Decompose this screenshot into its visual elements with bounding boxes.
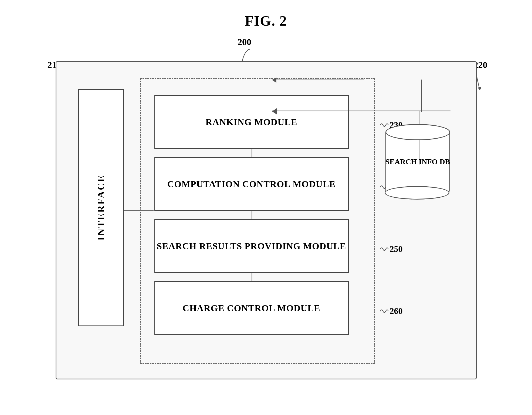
arrow-vertical-db xyxy=(421,80,422,112)
connector-ranking-computation xyxy=(252,149,252,157)
ref-200-label: 200 xyxy=(238,37,251,47)
database-container: SEARCH INFO DB xyxy=(381,116,454,208)
connector-searchresults-charge xyxy=(252,273,252,281)
computation-module-label: COMPUTATION CONTROL MODULE xyxy=(167,178,336,191)
db-top-ellipse xyxy=(385,124,450,140)
page-title: FIG. 2 xyxy=(245,13,287,29)
database-cylinder: SEARCH INFO DB xyxy=(385,124,450,200)
diagram-container: 200 210 220 INTERFACE xyxy=(39,37,493,393)
charge-control-module-label: CHARGE CONTROL MODULE xyxy=(182,302,320,315)
ranking-module-label: RANKING MODULE xyxy=(206,116,297,129)
interface-label: INTERFACE xyxy=(95,174,107,241)
arrow-from-db-horizontal xyxy=(272,111,450,111)
ref-250: 250 xyxy=(379,244,403,254)
main-box: INTERFACE RANKING MODULE COMPUTATION CON… xyxy=(56,61,477,379)
search-results-module-box: SEARCH RESULTS PROVIDING MODULE xyxy=(154,219,349,273)
connector-computation-searchresults xyxy=(252,211,252,219)
database-label: SEARCH INFO DB xyxy=(385,156,450,167)
ranking-module-box: RANKING MODULE xyxy=(154,95,349,149)
interface-box: INTERFACE xyxy=(78,89,124,326)
search-results-module-label: SEARCH RESULTS PROVIDING MODULE xyxy=(157,240,346,253)
dashed-module-container: RANKING MODULE COMPUTATION CONTROL MODUL… xyxy=(140,78,375,364)
charge-control-module-box: CHARGE CONTROL MODULE xyxy=(154,281,349,335)
svg-marker-2 xyxy=(478,87,482,90)
db-bottom-ellipse xyxy=(385,186,449,200)
computation-module-box: COMPUTATION CONTROL MODULE xyxy=(154,157,349,211)
ref-260: 260 xyxy=(379,306,403,316)
